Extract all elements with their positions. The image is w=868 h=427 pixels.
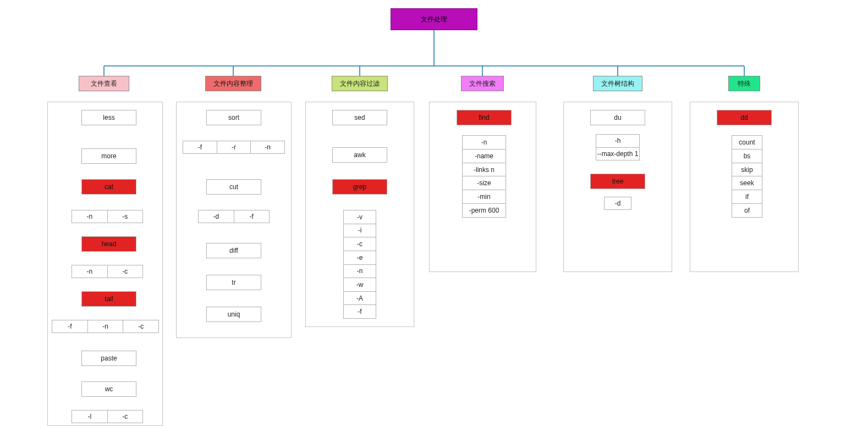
- opt: -n: [343, 264, 376, 279]
- opt: count: [732, 135, 762, 149]
- opt: -min: [462, 190, 506, 204]
- opt: seek: [732, 176, 762, 190]
- opts-head: -n -c: [72, 265, 143, 277]
- opt: -c: [107, 410, 144, 423]
- cmd-sort: sort: [206, 110, 261, 125]
- opt: -c: [107, 265, 144, 278]
- opt: -n: [250, 141, 285, 154]
- root-label: 文件处理: [421, 15, 447, 24]
- opts-grep: -v -i -c -e -n -w -A -f: [343, 210, 376, 319]
- category-file-tree: 文件树结构: [593, 76, 642, 91]
- opt: skip: [732, 163, 762, 177]
- cmd-paste: paste: [81, 351, 136, 366]
- opts-dd: count bs skip seek if of: [732, 135, 762, 218]
- cmd-cut: cut: [206, 179, 261, 195]
- opt: -f: [183, 141, 217, 154]
- opt: -n: [462, 135, 506, 149]
- category-special: 特殊: [728, 76, 760, 91]
- opt: -s: [107, 210, 144, 223]
- opt: -n: [87, 320, 124, 333]
- category-file-view: 文件查看: [79, 76, 129, 91]
- cmd-tr: tr: [206, 275, 261, 290]
- opts-sort: -f -r -n: [183, 141, 285, 153]
- opt: -perm 600: [462, 203, 506, 218]
- cmd-less: less: [81, 110, 136, 125]
- opt: of: [732, 203, 762, 218]
- cmd-wc: wc: [81, 381, 136, 397]
- cmd-awk: awk: [332, 147, 387, 163]
- opt: -A: [343, 291, 376, 306]
- opt: -links n: [462, 163, 506, 177]
- opt: -i: [343, 224, 376, 238]
- opt: -l: [72, 410, 108, 423]
- opts-du: -h --max-depth 1: [596, 134, 640, 160]
- cmd-diff: diff: [206, 243, 261, 258]
- cmd-du: du: [590, 110, 645, 125]
- cmd-more: more: [81, 148, 136, 164]
- opt: if: [732, 190, 762, 204]
- opt: -r: [217, 141, 251, 154]
- opt: --max-depth 1: [596, 147, 640, 161]
- cmd-grep: grep: [332, 179, 387, 195]
- root-node: 文件处理: [391, 8, 477, 30]
- cmd-tail: tail: [81, 291, 136, 307]
- opt: -f: [52, 320, 88, 333]
- opts-cut: -d -f: [198, 210, 270, 222]
- opt: -w: [343, 278, 376, 292]
- opt: -f: [234, 210, 270, 223]
- opts-tail: -f -n -c: [52, 320, 159, 332]
- opt: bs: [732, 149, 762, 163]
- cmd-dd: dd: [717, 110, 772, 125]
- opts-tree: -d: [604, 197, 631, 210]
- opt: -n: [72, 265, 108, 278]
- opt: -d: [604, 197, 631, 210]
- category-file-content-filter: 文件内容过滤: [332, 76, 388, 91]
- diagram-canvas: 文件处理 文件查看 文件内容整理 文件内容过滤 文件搜索 文件树结构 特殊 le…: [0, 0, 868, 427]
- opt: -e: [343, 251, 376, 265]
- opt: -size: [462, 176, 506, 190]
- cmd-head: head: [81, 236, 136, 252]
- opt: -n: [72, 210, 108, 223]
- opt: -c: [123, 320, 159, 333]
- opt: -name: [462, 149, 506, 163]
- opt: -c: [343, 237, 376, 251]
- opt: -f: [343, 304, 376, 319]
- cmd-uniq: uniq: [206, 307, 261, 322]
- category-file-search: 文件搜索: [461, 76, 504, 91]
- opt: -v: [343, 210, 376, 224]
- opts-cat: -n -s: [72, 210, 143, 222]
- category-file-content-sort: 文件内容整理: [205, 76, 261, 91]
- cmd-find: find: [457, 110, 512, 125]
- opt: -h: [596, 134, 640, 148]
- opts-wc: -l -c: [72, 410, 143, 422]
- cmd-cat: cat: [81, 179, 136, 195]
- cmd-sed: sed: [332, 110, 387, 125]
- opts-find: -n -name -links n -size -min -perm 600: [462, 135, 506, 218]
- cmd-tree: tree: [590, 174, 645, 189]
- opt: -d: [198, 210, 234, 223]
